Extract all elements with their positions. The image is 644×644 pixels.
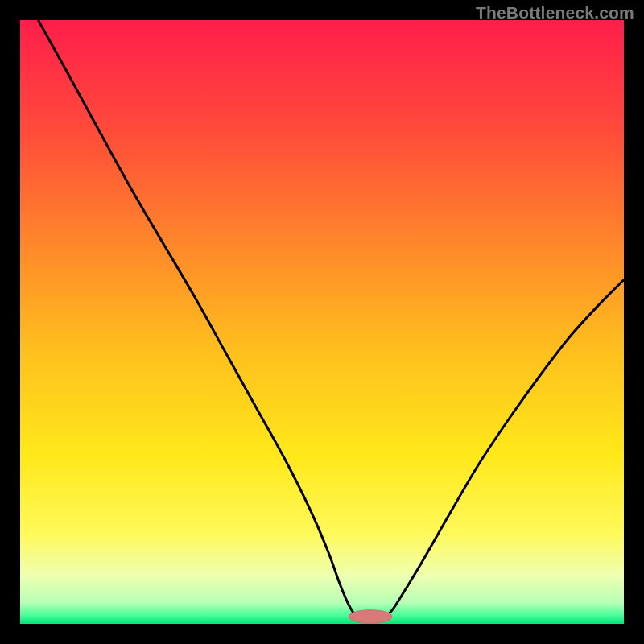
bottleneck-chart: [20, 20, 624, 624]
gradient-background: [20, 20, 624, 624]
optimum-marker: [349, 610, 392, 624]
chart-frame: TheBottleneck.com: [0, 0, 644, 644]
plot-area: [20, 20, 624, 624]
watermark-text: TheBottleneck.com: [476, 3, 634, 23]
